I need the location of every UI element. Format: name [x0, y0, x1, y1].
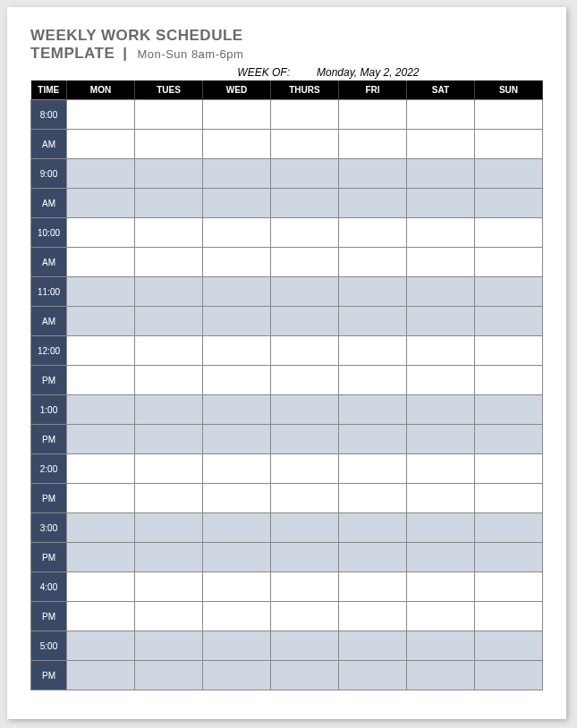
slot-cell[interactable]	[339, 631, 407, 661]
slot-cell[interactable]	[475, 248, 543, 277]
slot-cell[interactable]	[339, 307, 407, 336]
slot-cell[interactable]	[67, 484, 135, 513]
slot-cell[interactable]	[339, 100, 407, 130]
slot-cell[interactable]	[271, 454, 339, 484]
slot-cell[interactable]	[407, 572, 475, 602]
slot-cell[interactable]	[135, 307, 203, 336]
slot-cell[interactable]	[203, 366, 271, 395]
slot-cell[interactable]	[135, 454, 203, 484]
slot-cell[interactable]	[475, 454, 543, 484]
slot-cell[interactable]	[67, 454, 135, 484]
slot-cell[interactable]	[407, 218, 475, 248]
slot-cell[interactable]	[135, 661, 203, 690]
slot-cell[interactable]	[339, 277, 407, 307]
slot-cell[interactable]	[135, 513, 203, 543]
slot-cell[interactable]	[407, 366, 475, 395]
slot-cell[interactable]	[339, 425, 407, 454]
slot-cell[interactable]	[135, 631, 203, 661]
slot-cell[interactable]	[203, 513, 271, 543]
slot-cell[interactable]	[135, 425, 203, 454]
slot-cell[interactable]	[67, 189, 135, 218]
slot-cell[interactable]	[135, 602, 203, 631]
slot-cell[interactable]	[135, 277, 203, 307]
slot-cell[interactable]	[271, 159, 339, 189]
slot-cell[interactable]	[271, 248, 339, 277]
slot-cell[interactable]	[339, 218, 407, 248]
slot-cell[interactable]	[271, 484, 339, 513]
slot-cell[interactable]	[407, 631, 475, 661]
slot-cell[interactable]	[475, 631, 543, 661]
slot-cell[interactable]	[475, 484, 543, 513]
slot-cell[interactable]	[271, 395, 339, 425]
slot-cell[interactable]	[203, 661, 271, 690]
slot-cell[interactable]	[339, 248, 407, 277]
slot-cell[interactable]	[203, 100, 271, 130]
slot-cell[interactable]	[67, 661, 135, 690]
slot-cell[interactable]	[407, 543, 475, 572]
slot-cell[interactable]	[203, 130, 271, 159]
slot-cell[interactable]	[203, 395, 271, 425]
slot-cell[interactable]	[67, 572, 135, 602]
slot-cell[interactable]	[407, 425, 475, 454]
slot-cell[interactable]	[271, 631, 339, 661]
slot-cell[interactable]	[339, 336, 407, 366]
slot-cell[interactable]	[203, 159, 271, 189]
slot-cell[interactable]	[339, 366, 407, 395]
slot-cell[interactable]	[203, 631, 271, 661]
slot-cell[interactable]	[339, 130, 407, 159]
slot-cell[interactable]	[67, 336, 135, 366]
slot-cell[interactable]	[67, 100, 135, 130]
slot-cell[interactable]	[271, 336, 339, 366]
slot-cell[interactable]	[407, 454, 475, 484]
slot-cell[interactable]	[475, 336, 543, 366]
slot-cell[interactable]	[339, 661, 407, 690]
slot-cell[interactable]	[271, 189, 339, 218]
slot-cell[interactable]	[475, 395, 543, 425]
slot-cell[interactable]	[407, 513, 475, 543]
slot-cell[interactable]	[203, 602, 271, 631]
slot-cell[interactable]	[135, 366, 203, 395]
slot-cell[interactable]	[339, 513, 407, 543]
slot-cell[interactable]	[67, 602, 135, 631]
slot-cell[interactable]	[407, 277, 475, 307]
slot-cell[interactable]	[271, 543, 339, 572]
slot-cell[interactable]	[475, 425, 543, 454]
slot-cell[interactable]	[407, 484, 475, 513]
slot-cell[interactable]	[475, 218, 543, 248]
slot-cell[interactable]	[339, 159, 407, 189]
slot-cell[interactable]	[271, 602, 339, 631]
slot-cell[interactable]	[135, 218, 203, 248]
slot-cell[interactable]	[339, 454, 407, 484]
slot-cell[interactable]	[475, 277, 543, 307]
slot-cell[interactable]	[135, 336, 203, 366]
slot-cell[interactable]	[271, 218, 339, 248]
slot-cell[interactable]	[271, 425, 339, 454]
slot-cell[interactable]	[475, 661, 543, 690]
slot-cell[interactable]	[407, 602, 475, 631]
slot-cell[interactable]	[339, 543, 407, 572]
slot-cell[interactable]	[67, 395, 135, 425]
slot-cell[interactable]	[135, 484, 203, 513]
slot-cell[interactable]	[339, 189, 407, 218]
slot-cell[interactable]	[407, 336, 475, 366]
slot-cell[interactable]	[407, 189, 475, 218]
slot-cell[interactable]	[135, 159, 203, 189]
slot-cell[interactable]	[407, 130, 475, 159]
slot-cell[interactable]	[475, 513, 543, 543]
slot-cell[interactable]	[67, 543, 135, 572]
slot-cell[interactable]	[67, 218, 135, 248]
slot-cell[interactable]	[203, 336, 271, 366]
slot-cell[interactable]	[135, 543, 203, 572]
slot-cell[interactable]	[67, 366, 135, 395]
slot-cell[interactable]	[475, 602, 543, 631]
slot-cell[interactable]	[67, 130, 135, 159]
slot-cell[interactable]	[475, 100, 543, 130]
slot-cell[interactable]	[475, 189, 543, 218]
slot-cell[interactable]	[475, 572, 543, 602]
slot-cell[interactable]	[271, 277, 339, 307]
slot-cell[interactable]	[407, 661, 475, 690]
slot-cell[interactable]	[135, 130, 203, 159]
slot-cell[interactable]	[475, 130, 543, 159]
slot-cell[interactable]	[135, 248, 203, 277]
slot-cell[interactable]	[407, 395, 475, 425]
